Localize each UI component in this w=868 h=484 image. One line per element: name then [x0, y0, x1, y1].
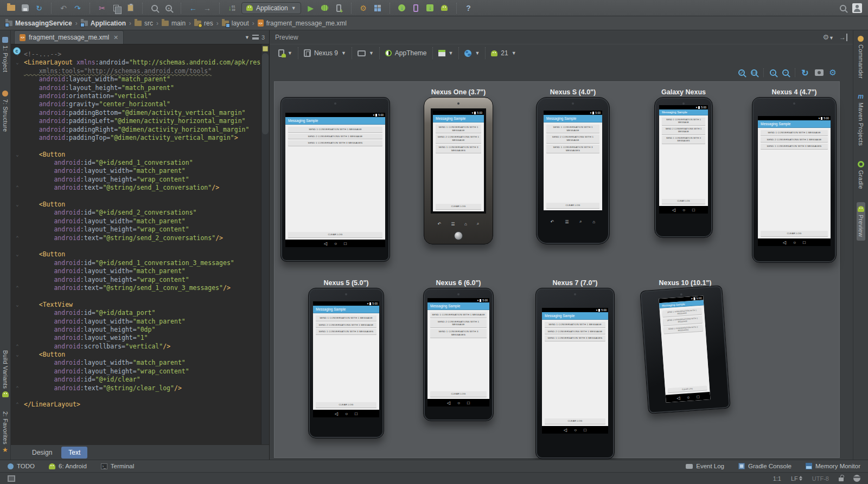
open-file-icon[interactable]: [4, 2, 17, 15]
send-1-conversation-3-messages-button[interactable]: SEND 1 CONVERSATION WITH 3 MESSAGES: [546, 145, 599, 153]
send-2-conversations-button[interactable]: SEND 2 CONVERSATIONS WITH 1 MESSAGE: [546, 134, 599, 143]
toolwindow-android[interactable]: 6: Android: [49, 463, 87, 469]
sync-icon[interactable]: ↻: [33, 2, 46, 15]
theme-select[interactable]: AppTheme: [379, 47, 432, 59]
line-separator-select[interactable]: LF: [791, 475, 802, 482]
send-2-conversations-button[interactable]: SEND 2 CONVERSATIONS WITH 1 MESSAGE: [761, 137, 828, 143]
zoom-out-icon[interactable]: −: [782, 69, 789, 76]
zoom-actual-icon[interactable]: 1:1: [751, 69, 757, 76]
toolwindow-tab-build-variants[interactable]: Build Variants: [2, 350, 9, 397]
avd-manager-icon[interactable]: [410, 2, 423, 15]
gradle-sync-icon[interactable]: ⚙: [357, 2, 370, 15]
breadcrumb-main[interactable]: main: [162, 20, 186, 27]
send-1-conversation-3-messages-button[interactable]: SEND 1 CONVERSATION WITH 3 MESSAGES: [663, 324, 703, 333]
hide-panel-icon[interactable]: →: [839, 34, 847, 41]
inspection-status-marker[interactable]: [263, 46, 268, 51]
device-preview-nexus-one[interactable]: Nexus One (3.7") ▾ 5:00 Messaging Sample…: [424, 88, 493, 244]
device-preview-nexus10[interactable]: Nexus 10 (10.1") ▾ 5:00 Messaging Sample…: [644, 279, 726, 411]
toolwindow-tab-structure[interactable]: 7: Structure: [2, 91, 9, 132]
redo-icon[interactable]: ↷: [71, 2, 84, 15]
clear-log-button[interactable]: CLEAR LOG: [316, 402, 376, 408]
breadcrumb-module[interactable]: Application: [81, 20, 126, 27]
nav-recents-icon[interactable]: □: [803, 240, 806, 245]
clear-log-button[interactable]: CLEAR LOG: [288, 232, 382, 237]
tab-text[interactable]: Text: [61, 447, 87, 459]
device-preview-galaxy-nexus[interactable]: Galaxy Nexus (4.7") ▾ 5:00 Messaging Sam…: [654, 88, 713, 238]
zoom-in-icon[interactable]: +: [770, 69, 776, 76]
send-1-conversation-3-messages-button[interactable]: SEND 1 CONVERSATION WITH 3 MESSAGES: [316, 329, 376, 334]
replace-icon[interactable]: a: [162, 2, 175, 15]
breadcrumb-layout[interactable]: layout: [222, 20, 249, 27]
chevron-down-icon[interactable]: ▼: [245, 35, 250, 40]
send-1-conversation-button[interactable]: SEND 1 CONVERSATION WITH 1 MESSAGE: [546, 125, 599, 133]
send-1-conversation-button[interactable]: SEND 1 CONVERSATION WITH 1 MESSAGE: [662, 308, 702, 317]
toolwindow-tab-maven[interactable]: m Maven Projects: [858, 94, 864, 146]
send-2-conversations-button[interactable]: SEND 2 CONVERSATIONS WITH 1 MESSAGE: [663, 316, 703, 325]
send-1-conversation-button[interactable]: SEND 1 CONVERSATION WITH 1 MESSAGE: [662, 118, 705, 125]
device-preview-nexus9[interactable]: ▾ 5:00 Messaging Sample SEND 1 CONVERSAT…: [280, 88, 390, 262]
inspections-hector-icon[interactable]: [853, 475, 860, 482]
attach-debugger-icon[interactable]: [333, 2, 346, 15]
clear-log-button[interactable]: CLEAR LOG: [546, 203, 599, 208]
toolwindow-terminal[interactable]: ›_Terminal: [101, 463, 134, 469]
toolwindow-tab-favorites[interactable]: 2: Favorites ★: [2, 411, 9, 453]
send-1-conversation-button[interactable]: SEND 1 CONVERSATION WITH 1 MESSAGE: [288, 127, 382, 132]
zoom-to-fit-icon[interactable]: ⤢: [738, 69, 745, 76]
screenshot-icon[interactable]: [815, 69, 824, 76]
send-2-conversations-button[interactable]: SEND 2 CONVERSATIONS WITH 1 MESSAGE: [436, 134, 481, 143]
send-1-conversation-button[interactable]: SEND 1 CONVERSATION WITH 1 MESSAGE: [316, 315, 376, 321]
cut-icon[interactable]: ✂: [95, 2, 108, 15]
nav-back-icon[interactable]: ◁: [676, 395, 680, 400]
nav-home-icon[interactable]: ○: [457, 401, 460, 405]
nav-recents-icon[interactable]: □: [355, 411, 358, 416]
breadcrumb-project[interactable]: MessagingService: [5, 20, 72, 27]
breadcrumb-src[interactable]: src: [135, 20, 153, 27]
toolwindow-todo[interactable]: TODO: [8, 463, 35, 469]
send-1-conversation-3-messages-button[interactable]: SEND 1 CONVERSATION WITH 3 MESSAGES: [761, 144, 828, 149]
breadcrumb-res[interactable]: res: [194, 20, 213, 27]
nav-home-icon[interactable]: ○: [682, 208, 685, 212]
nav-home-icon[interactable]: ○: [334, 241, 337, 246]
toolwindow-memory-monitor[interactable]: Memory Monitor: [806, 463, 860, 469]
project-structure-icon[interactable]: [371, 2, 384, 15]
send-1-conversation-3-messages-button[interactable]: SEND 1 CONVERSATION WITH 3 MESSAGES: [545, 335, 605, 341]
code-editor[interactable]: +<!--...-->⌄<LinearLayout xmlns:android=…: [11, 44, 269, 444]
close-icon[interactable]: ✕: [113, 34, 118, 41]
send-1-conversation-3-messages-button[interactable]: SEND 1 CONVERSATION WITH 3 MESSAGES: [430, 329, 487, 337]
lock-icon[interactable]: [839, 477, 844, 481]
device-preview-nexus5[interactable]: Nexus 5 (5.0") ▾ 5:00 Messaging Sample S…: [308, 279, 384, 438]
nav-home-icon[interactable]: ○: [687, 395, 690, 399]
send-1-conversation-button[interactable]: SEND 1 CONVERSATION WITH 1 MESSAGE: [545, 322, 605, 327]
nav-back-icon[interactable]: ◁: [324, 241, 327, 246]
send-1-conversation-3-messages-button[interactable]: SEND 1 CONVERSATION WITH 3 MESSAGES: [662, 136, 705, 144]
nav-recents-icon[interactable]: □: [584, 428, 586, 433]
send-1-conversation-3-messages-button[interactable]: SEND 1 CONVERSATION WITH 3 MESSAGES: [288, 140, 382, 146]
nav-recents-icon[interactable]: □: [692, 208, 695, 212]
nav-recents-icon[interactable]: □: [467, 401, 470, 405]
clear-log-button[interactable]: CLEAR LOG: [430, 391, 487, 397]
copy-icon[interactable]: [110, 2, 123, 15]
clear-log-button[interactable]: CLEAR LOG: [761, 231, 828, 236]
sdk-update-icon[interactable]: ↓: [424, 2, 437, 15]
debug-icon[interactable]: [318, 2, 331, 15]
forward-icon[interactable]: →: [201, 2, 214, 15]
device-preview-nexus7[interactable]: Nexus 7 (7.0") ▾ 5:00 Messaging Sample S…: [535, 279, 615, 459]
hex-view-icon[interactable]: ↓0110: [225, 2, 238, 15]
search-everywhere-icon[interactable]: [837, 2, 850, 15]
toolwindow-event-log[interactable]: Event Log: [686, 463, 724, 469]
run-icon[interactable]: ▶: [304, 2, 317, 15]
clear-log-button[interactable]: CLEAR LOG: [668, 385, 707, 392]
api-level-select[interactable]: 21▼: [485, 47, 521, 59]
device-preview-nexus-s[interactable]: Nexus S (4.0") ▾ 5:00 Messaging Sample S…: [536, 88, 610, 244]
send-1-conversation-button[interactable]: SEND 1 CONVERSATION WITH 1 MESSAGE: [436, 125, 481, 133]
nav-home-icon[interactable]: ○: [345, 411, 348, 416]
caret-position[interactable]: 1:1: [773, 475, 781, 482]
nav-recents-icon[interactable]: □: [697, 394, 699, 399]
clear-log-button[interactable]: CLEAR LOG: [662, 199, 705, 204]
tab-design[interactable]: Design: [25, 447, 59, 459]
send-2-conversations-button[interactable]: SEND 2 CONVERSATIONS WITH 1 MESSAGE: [545, 329, 605, 334]
configuration-select[interactable]: ▼: [273, 47, 298, 59]
breadcrumb-file[interactable]: <>fragment_message_me.xml: [258, 20, 347, 27]
user-avatar-icon[interactable]: [851, 2, 864, 15]
file-encoding[interactable]: UTF-8: [812, 475, 829, 482]
